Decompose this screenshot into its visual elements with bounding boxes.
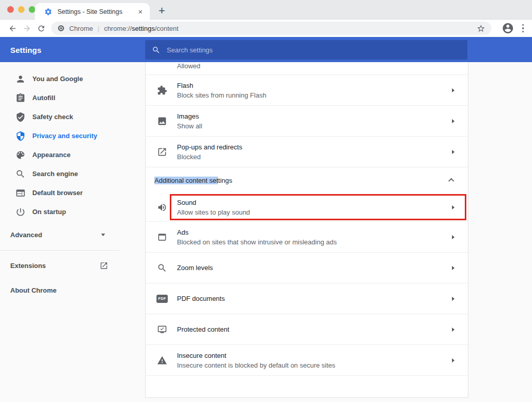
row-sound[interactable]: Sound Allow sites to play sound xyxy=(146,193,468,222)
back-arrow-icon xyxy=(8,24,17,33)
sidebar-item-extensions[interactable]: Extensions xyxy=(0,256,120,275)
row-title: Sound xyxy=(177,199,250,206)
sidebar-item-safety-check[interactable]: Safety check xyxy=(0,107,145,126)
browser-toolbar: Chrome | chrome://settings/content xyxy=(0,20,532,37)
avatar-icon xyxy=(502,22,514,34)
advanced-label: Advanced xyxy=(10,231,42,239)
power-icon xyxy=(15,207,26,217)
settings-body: You and Google Autofill Safety check Pri… xyxy=(0,62,532,402)
sidebar-item-you-and-google[interactable]: You and Google xyxy=(0,69,145,88)
chevron-up-icon xyxy=(448,178,454,184)
row-subtitle: Blocked on sites that show intrusive or … xyxy=(177,238,337,246)
scrolled-row-allowed[interactable]: Allowed xyxy=(146,62,468,75)
page-title: Settings xyxy=(10,45,42,54)
row-flash[interactable]: Flash Block sites from running Flash xyxy=(146,75,468,106)
sidebar-item-default-browser[interactable]: Default browser xyxy=(0,183,145,202)
tab-title: Settings - Site Settings xyxy=(57,8,136,15)
sidebar-advanced-toggle[interactable]: Advanced xyxy=(0,225,120,244)
close-window-button[interactable] xyxy=(7,6,14,13)
row-insecure-content[interactable]: Insecure content Insecure content is blo… xyxy=(146,345,468,376)
row-pdf-documents[interactable]: PDF PDF documents xyxy=(146,283,468,314)
sidebar-item-on-startup[interactable]: On startup xyxy=(0,202,145,221)
sidebar-divider xyxy=(0,250,120,251)
sidebar-item-about-chrome[interactable]: About Chrome xyxy=(0,280,120,300)
sidebar-item-label: Autofill xyxy=(32,94,55,102)
address-bar[interactable]: Chrome | chrome://settings/content xyxy=(51,22,491,35)
browser-tab-settings[interactable]: Settings - Site Settings × xyxy=(35,3,150,20)
search-icon xyxy=(15,169,26,179)
sidebar-item-privacy-and-security[interactable]: Privacy and security xyxy=(0,126,145,145)
row-title: Pop-ups and redirects xyxy=(177,143,242,151)
warning-icon xyxy=(157,355,167,366)
settings-search[interactable] xyxy=(145,40,467,60)
row-zoom-levels[interactable]: Zoom levels xyxy=(146,253,468,283)
origin-label: Chrome xyxy=(69,25,93,32)
row-subtitle: Blocked xyxy=(177,153,242,161)
forward-arrow-icon xyxy=(23,24,31,33)
sidebar-item-appearance[interactable]: Appearance xyxy=(0,145,145,164)
sidebar-item-autofill[interactable]: Autofill xyxy=(0,88,145,107)
chevron-right-icon xyxy=(452,266,455,270)
row-images[interactable]: Images Show all xyxy=(146,106,468,137)
palette-icon xyxy=(15,150,26,160)
url-text: chrome://settings/content xyxy=(104,25,477,32)
row-subtitle: Block sites from running Flash xyxy=(177,91,266,99)
browser-menu-button[interactable] xyxy=(519,22,527,35)
sidebar-item-search-engine[interactable]: Search engine xyxy=(0,164,145,183)
additional-content-settings-toggle[interactable]: Additional content settings xyxy=(146,167,468,193)
row-protected-content[interactable]: Protected content xyxy=(146,314,468,345)
shield-check-icon xyxy=(15,112,26,122)
profile-avatar-button[interactable] xyxy=(502,22,514,34)
shield-half-icon xyxy=(15,131,26,141)
row-title: Zoom levels xyxy=(177,264,213,272)
sidebar-item-label: Privacy and security xyxy=(32,132,97,140)
row-subtitle: Insecure content is blocked by default o… xyxy=(177,361,336,369)
url-host: settings xyxy=(132,25,155,32)
chevron-right-icon xyxy=(452,150,455,154)
external-link-icon xyxy=(100,261,108,270)
forward-button[interactable] xyxy=(19,21,34,35)
monitor-check-icon xyxy=(157,324,167,335)
row-title: Ads xyxy=(177,228,337,236)
bookmark-star-icon[interactable] xyxy=(477,24,485,33)
back-button[interactable] xyxy=(5,21,19,35)
row-ads[interactable]: Ads Blocked on sites that show intrusive… xyxy=(146,222,468,253)
settings-gear-icon xyxy=(44,8,52,16)
section-title: Additional content settings xyxy=(154,177,232,184)
row-title: Insecure content xyxy=(177,352,336,359)
clipboard-icon xyxy=(15,93,26,103)
row-title: PDF documents xyxy=(177,295,225,302)
image-icon xyxy=(157,116,167,126)
browser-window-icon xyxy=(15,188,26,198)
extensions-label: Extensions xyxy=(10,262,46,270)
minimize-window-button[interactable] xyxy=(18,6,25,13)
sidebar-item-label: On startup xyxy=(32,208,66,216)
about-chrome-label: About Chrome xyxy=(10,286,56,294)
reload-button[interactable] xyxy=(34,21,48,35)
chevron-right-icon xyxy=(452,88,455,92)
search-input[interactable] xyxy=(167,46,461,54)
chevron-right-icon xyxy=(452,297,455,301)
new-tab-button[interactable]: + xyxy=(155,4,168,17)
search-icon xyxy=(152,46,161,54)
row-subtitle: Allow sites to play sound xyxy=(177,208,250,216)
chevron-right-icon xyxy=(452,358,455,362)
chevron-right-icon xyxy=(452,205,455,209)
chevron-down-icon xyxy=(101,234,105,236)
tab-close-button[interactable]: × xyxy=(136,7,145,16)
magnifier-icon xyxy=(157,263,167,273)
sidebar-item-label: You and Google xyxy=(32,75,83,83)
url-scheme: chrome:// xyxy=(104,25,132,32)
section-title-rest: tings xyxy=(218,177,232,184)
row-popups-redirects[interactable]: Pop-ups and redirects Blocked xyxy=(146,137,468,167)
selection-highlight: Additional content set xyxy=(154,177,218,184)
sidebar-item-label: Default browser xyxy=(32,189,83,197)
person-icon xyxy=(15,74,26,84)
site-settings-card: Allowed Flash Block sites from running F… xyxy=(145,62,468,398)
url-separator: | xyxy=(97,25,99,32)
url-path: /content xyxy=(155,25,179,32)
speaker-icon xyxy=(157,202,167,213)
settings-header: Settings xyxy=(0,37,532,62)
traffic-lights xyxy=(7,6,35,13)
tab-strip: Settings - Site Settings × + xyxy=(0,0,532,20)
